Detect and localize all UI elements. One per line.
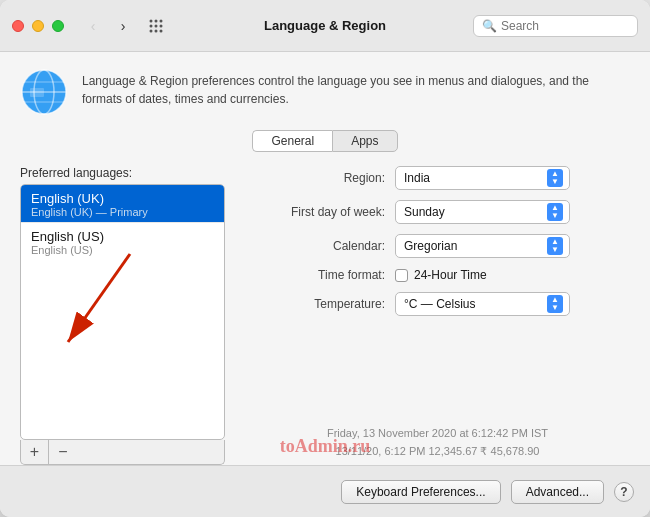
content-area: Language & Region preferences control th… (0, 52, 650, 465)
header-row: Language & Region preferences control th… (20, 68, 630, 116)
svg-rect-15 (30, 88, 44, 97)
select-arrows-icon: ▲ ▼ (547, 203, 563, 221)
preferred-languages-label: Preferred languages: (20, 166, 225, 180)
traffic-lights (12, 20, 64, 32)
svg-point-7 (155, 29, 158, 32)
forward-button[interactable]: › (110, 16, 136, 36)
preview-section: Friday, 13 November 2020 at 6:12:42 PM I… (245, 414, 630, 465)
tab-apps[interactable]: Apps (332, 130, 397, 152)
close-button[interactable] (12, 20, 24, 32)
time-format-checkbox-group: 24-Hour Time (395, 268, 487, 282)
first-day-select[interactable]: Sunday ▲ ▼ (395, 200, 570, 224)
region-label: Region: (245, 171, 385, 185)
tabs: General Apps (20, 130, 630, 152)
search-input[interactable] (501, 19, 629, 33)
language-name: English (US) (31, 229, 214, 244)
window-title: Language & Region (264, 18, 386, 33)
select-arrows-icon: ▲ ▼ (547, 237, 563, 255)
svg-point-2 (160, 19, 163, 22)
calendar-row: Calendar: Gregorian ▲ ▼ (245, 234, 630, 258)
region-value: India (404, 171, 541, 185)
svg-point-5 (160, 24, 163, 27)
titlebar: ‹ › Language & Region 🔍 (0, 0, 650, 52)
temperature-row: Temperature: °C — Celsius ▲ ▼ (245, 292, 630, 316)
calendar-value: Gregorian (404, 239, 541, 253)
search-icon: 🔍 (482, 19, 497, 33)
time-format-row: Time format: 24-Hour Time (245, 268, 630, 282)
svg-point-3 (150, 24, 153, 27)
temperature-value: °C — Celsius (404, 297, 541, 311)
svg-point-1 (155, 19, 158, 22)
temperature-select[interactable]: °C — Celsius ▲ ▼ (395, 292, 570, 316)
language-sub: English (UK) — Primary (31, 206, 214, 218)
svg-point-6 (150, 29, 153, 32)
select-arrows-icon: ▲ ▼ (547, 169, 563, 187)
region-select[interactable]: India ▲ ▼ (395, 166, 570, 190)
minimize-button[interactable] (32, 20, 44, 32)
time-format-checkbox[interactable] (395, 269, 408, 282)
preview-line2: 13/11/20, 6:12 PM 12,345.67 ₹ 45,678.90 (245, 442, 630, 461)
nav-buttons: ‹ › (80, 16, 136, 36)
first-day-value: Sunday (404, 205, 541, 219)
first-day-row: First day of week: Sunday ▲ ▼ (245, 200, 630, 224)
languages-list[interactable]: English (UK) English (UK) — Primary Engl… (20, 184, 225, 440)
svg-point-8 (160, 29, 163, 32)
calendar-select[interactable]: Gregorian ▲ ▼ (395, 234, 570, 258)
search-box[interactable]: 🔍 (473, 15, 638, 37)
svg-point-4 (155, 24, 158, 27)
time-format-value: 24-Hour Time (414, 268, 487, 282)
svg-point-0 (150, 19, 153, 22)
region-row: Region: India ▲ ▼ (245, 166, 630, 190)
language-sub: English (US) (31, 244, 214, 256)
back-button[interactable]: ‹ (80, 16, 106, 36)
list-item[interactable]: English (US) English (US) (21, 223, 224, 260)
first-day-label: First day of week: (245, 205, 385, 219)
preview-line1: Friday, 13 November 2020 at 6:12:42 PM I… (245, 424, 630, 443)
window: ‹ › Language & Region 🔍 (0, 0, 650, 517)
language-name: English (UK) (31, 191, 214, 206)
add-language-button[interactable]: + (21, 440, 49, 464)
temperature-label: Temperature: (245, 297, 385, 311)
globe-icon (20, 68, 68, 116)
grid-icon[interactable] (148, 18, 164, 34)
maximize-button[interactable] (52, 20, 64, 32)
help-button[interactable]: ? (614, 482, 634, 502)
main-body: Preferred languages: English (UK) Englis… (20, 166, 630, 465)
remove-language-button[interactable]: − (49, 440, 77, 464)
tab-general[interactable]: General (252, 130, 332, 152)
header-description: Language & Region preferences control th… (82, 68, 630, 108)
list-item[interactable]: English (UK) English (UK) — Primary (21, 185, 224, 223)
advanced-button[interactable]: Advanced... (511, 480, 604, 504)
left-panel: Preferred languages: English (UK) Englis… (20, 166, 225, 465)
list-controls: + − (20, 440, 225, 465)
right-panel: Region: India ▲ ▼ First day of week: Sun… (245, 166, 630, 465)
select-arrows-icon: ▲ ▼ (547, 295, 563, 313)
calendar-label: Calendar: (245, 239, 385, 253)
keyboard-preferences-button[interactable]: Keyboard Preferences... (341, 480, 500, 504)
bottom-bar: Keyboard Preferences... Advanced... ? (0, 465, 650, 517)
time-format-label: Time format: (245, 268, 385, 282)
